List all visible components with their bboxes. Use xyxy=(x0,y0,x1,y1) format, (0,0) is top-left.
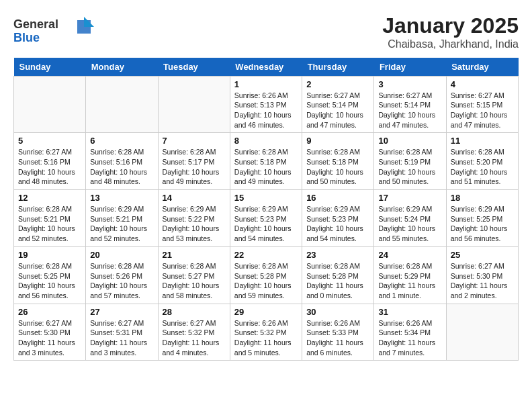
day-info: Sunrise: 6:26 AM Sunset: 5:32 PM Dayligh… xyxy=(234,318,298,358)
calendar-table: SundayMondayTuesdayWednesdayThursdayFrid… xyxy=(13,58,519,361)
day-cell: 28Sunrise: 6:27 AM Sunset: 5:32 PM Dayli… xyxy=(158,304,230,361)
day-cell: 26Sunrise: 6:27 AM Sunset: 5:30 PM Dayli… xyxy=(14,304,86,361)
day-cell: 19Sunrise: 6:28 AM Sunset: 5:25 PM Dayli… xyxy=(14,246,86,304)
svg-text:General: General xyxy=(13,17,58,31)
day-info: Sunrise: 6:27 AM Sunset: 5:30 PM Dayligh… xyxy=(451,261,514,301)
day-info: Sunrise: 6:26 AM Sunset: 5:33 PM Dayligh… xyxy=(306,318,369,358)
day-number: 17 xyxy=(378,193,441,203)
day-info: Sunrise: 6:27 AM Sunset: 5:14 PM Dayligh… xyxy=(378,91,441,130)
svg-text:Blue: Blue xyxy=(13,31,40,44)
day-info: Sunrise: 6:28 AM Sunset: 5:28 PM Dayligh… xyxy=(234,261,298,301)
day-cell: 14Sunrise: 6:29 AM Sunset: 5:22 PM Dayli… xyxy=(158,190,230,247)
day-cell: 12Sunrise: 6:28 AM Sunset: 5:21 PM Dayli… xyxy=(14,190,86,247)
day-info: Sunrise: 6:26 AM Sunset: 5:13 PM Dayligh… xyxy=(234,91,298,130)
day-number: 5 xyxy=(18,136,81,146)
title-block: January 2025 Chaibasa, Jharkhand, India xyxy=(382,13,519,50)
calendar-subtitle: Chaibasa, Jharkhand, India xyxy=(382,38,519,50)
calendar-title: January 2025 xyxy=(382,13,519,38)
week-row-3: 12Sunrise: 6:28 AM Sunset: 5:21 PM Dayli… xyxy=(14,190,519,247)
day-cell: 22Sunrise: 6:28 AM Sunset: 5:28 PM Dayli… xyxy=(230,246,302,304)
day-cell: 21Sunrise: 6:28 AM Sunset: 5:27 PM Dayli… xyxy=(158,246,230,304)
svg-marker-3 xyxy=(84,17,94,27)
day-cell: 10Sunrise: 6:28 AM Sunset: 5:19 PM Dayli… xyxy=(374,133,446,190)
day-cell: 24Sunrise: 6:28 AM Sunset: 5:29 PM Dayli… xyxy=(374,246,446,304)
day-number: 6 xyxy=(90,136,153,146)
day-number: 8 xyxy=(234,136,298,146)
day-cell: 30Sunrise: 6:26 AM Sunset: 5:33 PM Dayli… xyxy=(302,304,374,361)
day-number: 20 xyxy=(90,250,153,260)
day-number: 2 xyxy=(306,79,369,89)
day-cell: 1Sunrise: 6:26 AM Sunset: 5:13 PM Daylig… xyxy=(230,76,302,133)
day-cell: 11Sunrise: 6:28 AM Sunset: 5:20 PM Dayli… xyxy=(446,133,518,190)
day-info: Sunrise: 6:28 AM Sunset: 5:16 PM Dayligh… xyxy=(90,147,153,187)
day-number: 15 xyxy=(234,193,298,203)
day-cell: 17Sunrise: 6:29 AM Sunset: 5:24 PM Dayli… xyxy=(374,190,446,247)
day-info: Sunrise: 6:28 AM Sunset: 5:19 PM Dayligh… xyxy=(378,147,441,187)
day-cell: 8Sunrise: 6:28 AM Sunset: 5:18 PM Daylig… xyxy=(230,133,302,190)
day-info: Sunrise: 6:28 AM Sunset: 5:26 PM Dayligh… xyxy=(90,261,153,301)
day-cell: 9Sunrise: 6:28 AM Sunset: 5:18 PM Daylig… xyxy=(302,133,374,190)
logo-svg: General Blue xyxy=(13,13,94,47)
day-info: Sunrise: 6:29 AM Sunset: 5:23 PM Dayligh… xyxy=(306,204,369,244)
day-number: 25 xyxy=(451,250,514,260)
day-number: 31 xyxy=(378,307,441,317)
day-info: Sunrise: 6:28 AM Sunset: 5:20 PM Dayligh… xyxy=(451,147,514,187)
weekday-header-sunday: Sunday xyxy=(14,58,86,77)
day-number: 21 xyxy=(163,250,226,260)
day-info: Sunrise: 6:29 AM Sunset: 5:21 PM Dayligh… xyxy=(90,204,153,244)
weekday-header-saturday: Saturday xyxy=(446,58,518,77)
day-cell: 2Sunrise: 6:27 AM Sunset: 5:14 PM Daylig… xyxy=(302,76,374,133)
day-number: 7 xyxy=(163,136,226,146)
day-info: Sunrise: 6:29 AM Sunset: 5:23 PM Dayligh… xyxy=(234,204,298,244)
logo: General Blue xyxy=(13,13,94,51)
day-info: Sunrise: 6:28 AM Sunset: 5:25 PM Dayligh… xyxy=(18,261,81,301)
calendar-body: 1Sunrise: 6:26 AM Sunset: 5:13 PM Daylig… xyxy=(14,76,519,361)
day-info: Sunrise: 6:27 AM Sunset: 5:31 PM Dayligh… xyxy=(90,318,153,358)
day-number: 18 xyxy=(451,193,514,203)
weekday-header-row: SundayMondayTuesdayWednesdayThursdayFrid… xyxy=(14,58,519,77)
day-info: Sunrise: 6:28 AM Sunset: 5:28 PM Dayligh… xyxy=(306,261,369,301)
day-number: 12 xyxy=(18,193,81,203)
day-number: 26 xyxy=(18,307,81,317)
day-number: 10 xyxy=(378,136,441,146)
day-info: Sunrise: 6:27 AM Sunset: 5:30 PM Dayligh… xyxy=(18,318,81,358)
week-row-4: 19Sunrise: 6:28 AM Sunset: 5:25 PM Dayli… xyxy=(14,246,519,304)
day-info: Sunrise: 6:28 AM Sunset: 5:18 PM Dayligh… xyxy=(306,147,369,187)
day-cell: 3Sunrise: 6:27 AM Sunset: 5:14 PM Daylig… xyxy=(374,76,446,133)
day-cell: 15Sunrise: 6:29 AM Sunset: 5:23 PM Dayli… xyxy=(230,190,302,247)
day-cell: 4Sunrise: 6:27 AM Sunset: 5:15 PM Daylig… xyxy=(446,76,518,133)
day-info: Sunrise: 6:27 AM Sunset: 5:14 PM Dayligh… xyxy=(306,91,369,130)
week-row-2: 5Sunrise: 6:27 AM Sunset: 5:16 PM Daylig… xyxy=(14,133,519,190)
day-number: 3 xyxy=(378,79,441,89)
day-number: 30 xyxy=(306,307,369,317)
day-info: Sunrise: 6:29 AM Sunset: 5:25 PM Dayligh… xyxy=(451,204,514,244)
weekday-header-monday: Monday xyxy=(86,58,158,77)
day-number: 23 xyxy=(306,250,369,260)
day-cell: 5Sunrise: 6:27 AM Sunset: 5:16 PM Daylig… xyxy=(14,133,86,190)
day-number: 29 xyxy=(234,307,298,317)
day-info: Sunrise: 6:27 AM Sunset: 5:15 PM Dayligh… xyxy=(451,91,514,130)
day-info: Sunrise: 6:28 AM Sunset: 5:29 PM Dayligh… xyxy=(378,261,441,301)
day-cell xyxy=(14,76,86,133)
day-cell: 16Sunrise: 6:29 AM Sunset: 5:23 PM Dayli… xyxy=(302,190,374,247)
day-cell: 7Sunrise: 6:28 AM Sunset: 5:17 PM Daylig… xyxy=(158,133,230,190)
day-number: 27 xyxy=(90,307,153,317)
weekday-header-tuesday: Tuesday xyxy=(158,58,230,77)
day-number: 11 xyxy=(451,136,514,146)
day-number: 28 xyxy=(163,307,226,317)
day-info: Sunrise: 6:28 AM Sunset: 5:18 PM Dayligh… xyxy=(234,147,298,187)
day-info: Sunrise: 6:29 AM Sunset: 5:22 PM Dayligh… xyxy=(163,204,226,244)
week-row-1: 1Sunrise: 6:26 AM Sunset: 5:13 PM Daylig… xyxy=(14,76,519,133)
day-info: Sunrise: 6:28 AM Sunset: 5:27 PM Dayligh… xyxy=(163,261,226,301)
day-number: 4 xyxy=(451,79,514,89)
day-cell: 13Sunrise: 6:29 AM Sunset: 5:21 PM Dayli… xyxy=(86,190,158,247)
day-info: Sunrise: 6:26 AM Sunset: 5:34 PM Dayligh… xyxy=(378,318,441,358)
day-info: Sunrise: 6:29 AM Sunset: 5:24 PM Dayligh… xyxy=(378,204,441,244)
day-number: 13 xyxy=(90,193,153,203)
day-info: Sunrise: 6:28 AM Sunset: 5:17 PM Dayligh… xyxy=(163,147,226,187)
day-cell: 18Sunrise: 6:29 AM Sunset: 5:25 PM Dayli… xyxy=(446,190,518,247)
day-number: 16 xyxy=(306,193,369,203)
day-cell xyxy=(158,76,230,133)
day-cell: 6Sunrise: 6:28 AM Sunset: 5:16 PM Daylig… xyxy=(86,133,158,190)
weekday-header-friday: Friday xyxy=(374,58,446,77)
